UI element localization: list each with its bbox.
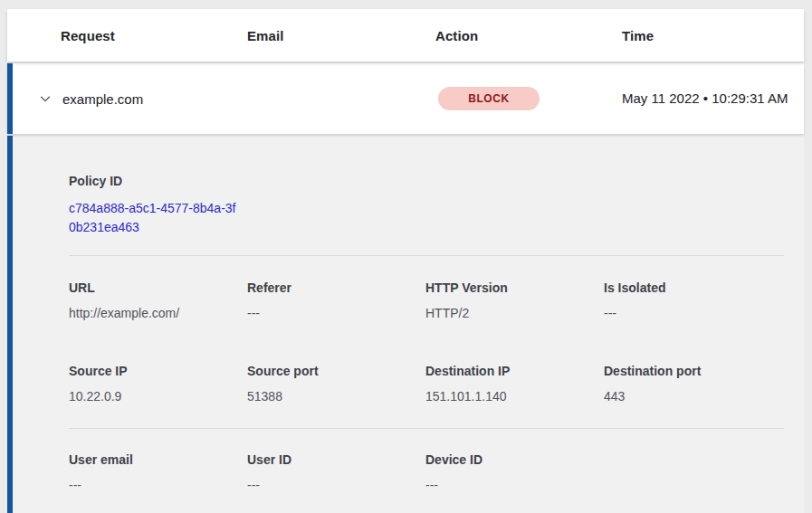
policy-id-block: Policy ID c784a888-a5c1-4577-8b4a-3f0b23… — [69, 174, 784, 237]
field-label: User ID — [247, 452, 425, 467]
divider — [69, 428, 784, 429]
table-row[interactable]: example.com BLOCK May 11 2022 • 10:29:31… — [7, 63, 804, 134]
field-label: Device ID — [425, 452, 604, 467]
field-empty — [604, 452, 782, 492]
logs-table: Request Email Action Time example.com BL… — [7, 9, 804, 513]
field-source-ip: Source IP 10.22.0.9 — [69, 364, 247, 404]
divider — [69, 255, 784, 256]
field-label: Destination IP — [425, 364, 604, 378]
table-header-row: Request Email Action Time — [7, 9, 804, 62]
field-value: --- — [247, 478, 425, 492]
row-request-cell: example.com — [13, 91, 247, 107]
field-label: Destination port — [604, 364, 782, 378]
field-user-id: User ID --- — [247, 452, 425, 492]
field-label: URL — [69, 280, 247, 295]
field-http-version: HTTP Version HTTP/2 — [425, 280, 604, 320]
field-source-port: Source port 51388 — [247, 364, 425, 404]
field-destination-port: Destination port 443 — [604, 364, 782, 404]
row-details-panel: Policy ID c784a888-a5c1-4577-8b4a-3f0b23… — [7, 136, 804, 513]
details-fields-row: URL http://example.com/ Referer --- HTTP… — [69, 280, 784, 320]
field-label: HTTP Version — [425, 280, 604, 295]
field-value: --- — [247, 306, 425, 320]
field-is-isolated: Is Isolated --- — [604, 280, 782, 320]
column-header-time: Time — [622, 28, 804, 43]
column-header-request: Request — [7, 28, 247, 43]
field-label: Source IP — [69, 364, 247, 378]
gateway-logs-page: Request Email Action Time example.com BL… — [0, 0, 812, 513]
policy-id-link[interactable]: c784a888-a5c1-4577-8b4a-3f0b231ea463 — [69, 199, 243, 237]
field-value: 10.22.0.9 — [69, 389, 247, 404]
field-value: --- — [69, 478, 247, 492]
field-label: Is Isolated — [604, 280, 782, 295]
field-value: http://example.com/ — [69, 306, 247, 320]
details-fields-row: Source IP 10.22.0.9 Source port 51388 De… — [69, 364, 784, 404]
row-time-cell: May 11 2022 • 10:29:31 AM — [622, 88, 798, 109]
field-value: 51388 — [247, 389, 425, 404]
request-domain: example.com — [62, 91, 143, 107]
field-user-email: User email --- — [69, 452, 247, 492]
details-fields-row: User email --- User ID --- Device ID --- — [69, 452, 784, 492]
field-value: 151.101.1.140 — [425, 389, 604, 404]
field-label: Source port — [247, 364, 425, 378]
field-value: --- — [604, 306, 782, 320]
field-referer: Referer --- — [247, 280, 425, 320]
column-header-action: Action — [435, 28, 622, 43]
field-value: --- — [425, 478, 604, 492]
column-header-email: Email — [247, 28, 435, 43]
field-value: 443 — [604, 389, 782, 404]
policy-id-label: Policy ID — [69, 174, 784, 188]
field-url: URL http://example.com/ — [69, 280, 247, 320]
chevron-down-icon[interactable] — [38, 91, 53, 106]
field-device-id: Device ID --- — [425, 452, 604, 492]
field-label: User email — [69, 452, 247, 467]
field-label: Referer — [247, 280, 425, 295]
field-destination-ip: Destination IP 151.101.1.140 — [425, 364, 604, 404]
action-badge-block: BLOCK — [438, 87, 540, 110]
field-value: HTTP/2 — [425, 306, 604, 320]
row-action-cell: BLOCK — [435, 87, 622, 110]
